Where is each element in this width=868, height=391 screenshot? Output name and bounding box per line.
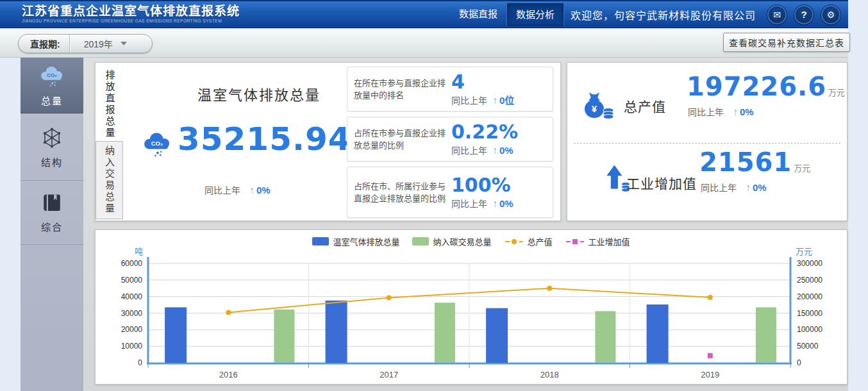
legend-item-1[interactable]: 纳入碳交易总量: [412, 235, 491, 247]
svg-text:CO₂: CO₂: [47, 72, 57, 78]
welcome-text: 欢迎您，句容宁武新材料股份有限公司: [571, 7, 756, 22]
emission-summary-panel: 排放直报总量 纳入交易总量 温室气体排放总量 CO₂ 35215.94吨 同比上…: [95, 62, 561, 221]
left-axis-tick: 50000: [121, 276, 143, 285]
x-axis-label: 2018: [540, 370, 559, 379]
output-yoy: 同比上年↑0%: [701, 181, 767, 194]
sidebar-item-label: 总量: [41, 94, 63, 107]
chevron-down-icon: [121, 42, 127, 46]
up-arrow-icon: ↑: [249, 185, 255, 196]
right-axis-tick: 300000: [797, 259, 822, 268]
point-marker: [708, 353, 713, 358]
right-axis-tick: 200000: [797, 292, 822, 301]
legend-label: 工业增加值: [588, 235, 630, 247]
period-selector[interactable]: 直报期: 2019年: [18, 34, 153, 53]
stat-yoy: 同比上年↑0%: [451, 197, 546, 210]
app-title: 江苏省重点企业温室气体排放直报系统: [22, 5, 240, 17]
x-axis-label: 2017: [380, 370, 398, 379]
trend-chart[interactable]: 0010000500002000010000030000150000400002…: [96, 247, 847, 384]
sidebar-item-comprehensive[interactable]: 综合: [21, 181, 83, 245]
stat-industry-share-box: 占所在市、所属行业参与直报企业排放总量的比例 100% 同比上年↑0%: [347, 167, 553, 218]
app-logo: 江苏省重点企业温室气体排放直报系统 JIANGSU PROVINCE ENTER…: [22, 5, 240, 24]
chart-legend: 温室气体排放总量纳入碳交易总量总产值工业增加值: [96, 235, 847, 247]
left-axis-tick: 0: [138, 358, 142, 367]
bar-0: [326, 301, 347, 363]
carbon-trade-summary-button[interactable]: 查看碳交易补充数据汇总表: [723, 33, 850, 52]
stat-city-share-box: 占所在市参与直报企业排放总量的比例 0.22% 同比上年↑0%: [347, 117, 553, 162]
legend-swatch: [565, 237, 585, 246]
legend-item-0[interactable]: 温室气体排放总量: [312, 235, 399, 247]
app-header: 江苏省重点企业温室气体排放直报系统 JIANGSU PROVINCE ENTER…: [0, 0, 848, 28]
period-value[interactable]: 2019年: [70, 37, 119, 50]
bar-1: [595, 311, 615, 363]
output-value-panel: ¥ 总产值 197226.6万元 同比上年↑0% 工业增加值 21561万元: [567, 62, 847, 221]
help-icon[interactable]: ?: [794, 5, 814, 24]
x-axis-label: 2019: [701, 370, 719, 379]
output-label: 总产值: [624, 96, 666, 115]
emission-yoy: 同比上年↑0%: [204, 183, 271, 196]
legend-swatch: [505, 237, 524, 246]
up-arrow-icon: ↑: [492, 198, 497, 209]
x-axis-label: 2016: [219, 370, 238, 379]
co2-cloud-icon: CO₂: [38, 64, 66, 88]
sidebar-item-structure[interactable]: 结构: [21, 113, 83, 181]
mail-icon[interactable]: ✉: [767, 5, 787, 24]
up-arrow-icon: ↑: [746, 182, 751, 193]
bar-1: [435, 303, 455, 363]
emission-total-value: 35215.94: [178, 121, 351, 158]
up-arrow-icon: ↑: [492, 145, 497, 156]
money-bag-icon: ¥: [580, 88, 616, 123]
line-marker: [226, 310, 231, 315]
right-axis-unit: 万元: [796, 247, 812, 256]
bar-1: [274, 310, 294, 363]
stat-label: 占所在市参与直报企业排放总量的比例: [354, 127, 451, 152]
svg-text:¥: ¥: [592, 103, 597, 114]
settings-icon[interactable]: ⚙: [821, 5, 840, 24]
divider: [574, 143, 840, 144]
right-axis-tick: 100000: [797, 325, 822, 334]
output-value: 21561: [699, 147, 792, 177]
stat-yoy: 同比上年↑0位: [451, 93, 546, 106]
legend-label: 总产值: [528, 235, 553, 247]
app-subtitle: JIANGSU PROVINCE ENTERPRISE GREENHOUSE G…: [22, 19, 240, 24]
sidebar-item-total[interactable]: CO₂ 总量: [21, 58, 83, 113]
tab-carbon-trade-total[interactable]: 纳入交易总量: [96, 141, 123, 219]
sidebar-item-label: 综合: [41, 220, 63, 233]
period-label: 直报期:: [19, 37, 69, 50]
legend-label: 纳入碳交易总量: [433, 235, 491, 247]
stat-label: 占所在市、所属行业参与直报企业排放总量的比例: [354, 180, 451, 205]
right-axis-tick: 50000: [797, 342, 819, 351]
left-axis-tick: 30000: [121, 309, 143, 318]
stat-label: 在所在市参与直报企业排放量中的排名: [354, 77, 451, 102]
right-axis-tick: 150000: [797, 309, 822, 318]
bar-0: [165, 307, 187, 363]
left-axis-tick: 20000: [121, 325, 143, 334]
legend-item-2[interactable]: 总产值: [505, 235, 553, 247]
structure-cube-icon: [40, 126, 64, 150]
legend-swatch: [312, 237, 329, 245]
bar-0: [647, 304, 669, 363]
sidebar-item-label: 结构: [41, 155, 63, 169]
legend-swatch: [412, 237, 429, 245]
left-axis-unit: 吨: [135, 247, 143, 256]
line-marker: [547, 286, 552, 291]
stat-value: 4: [451, 72, 546, 92]
legend-item-3[interactable]: 工业增加值: [565, 235, 630, 247]
legend-label: 温室气体排放总量: [333, 235, 399, 247]
book-icon: [40, 192, 63, 215]
line-marker: [708, 295, 713, 300]
up-arrow-icon: ↑: [492, 95, 497, 106]
output-yoy: 同比上年↑0%: [688, 105, 754, 118]
nav-data-reporting[interactable]: 数据直报: [450, 1, 506, 29]
line-marker: [387, 295, 392, 300]
left-axis-tick: 10000: [121, 342, 143, 351]
sidebar: CO₂ 总量 结构 综合: [21, 58, 83, 391]
stat-rank-box: 在所在市参与直报企业排放量中的排名 4 同比上年↑0位: [347, 67, 553, 112]
output-value: 197226.6: [687, 72, 826, 101]
output-label: 工业增加值: [626, 173, 697, 192]
left-axis-tick: 60000: [121, 259, 143, 268]
bar-0: [486, 308, 508, 363]
tab-emission-report-total[interactable]: 排放直报总量: [96, 63, 124, 141]
nav-data-analysis[interactable]: 数据分析: [506, 3, 564, 26]
trend-chart-panel: 温室气体排放总量纳入碳交易总量总产值工业增加值 0010000500002000…: [95, 229, 847, 385]
stat-yoy: 同比上年↑0%: [451, 144, 546, 156]
